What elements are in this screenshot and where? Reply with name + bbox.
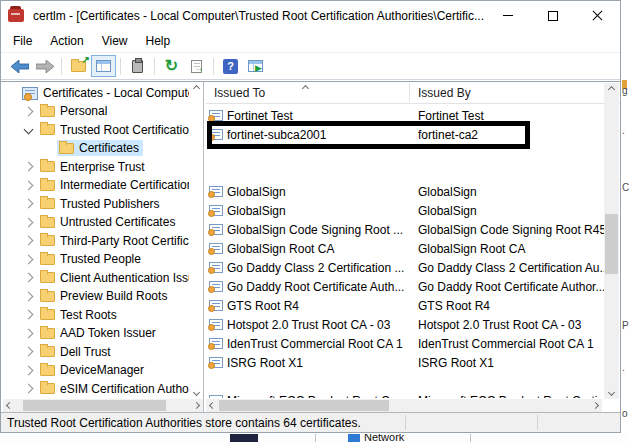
back-button[interactable] [7,55,32,77]
menu-help[interactable]: Help [137,31,180,51]
menu-action[interactable]: Action [41,31,92,51]
empty-row [206,144,604,163]
scrollbar-thumb[interactable] [23,400,166,411]
certificate-row[interactable]: ISRG Root X1ISRG Root X1 [206,353,604,372]
tree-item-trusted-publishers[interactable]: Trusted Publishers [3,195,189,214]
scroll-right-button[interactable] [190,399,203,412]
background-text-fragment: . [622,125,625,136]
list-horizontal-scrollbar[interactable] [206,399,602,412]
scroll-right-button[interactable] [589,399,602,412]
export-list-button[interactable]: → [184,55,209,77]
chevron-right-icon [592,402,599,409]
up-one-level-button[interactable]: ↗ [66,55,91,77]
scroll-down-button[interactable] [605,386,618,399]
show-action-pane-button[interactable]: ▶ [243,55,268,77]
minimize-button[interactable] [485,1,530,30]
tree-item-test-roots[interactable]: Test Roots [3,306,189,325]
scrollbar-thumb[interactable] [605,214,618,274]
tree-horizontal-scrollbar[interactable] [3,399,203,412]
list-vertical-scrollbar[interactable] [604,83,619,399]
column-header-issued-by[interactable]: Issued By [418,86,471,100]
certificate-row[interactable]: GTS Root R4GTS Root R4 [206,296,604,315]
issued-to-value: GTS Root R4 [227,299,299,313]
tree-item-untrusted-certificates[interactable]: Untrusted Certificates [3,213,189,232]
certificate-row[interactable]: IdenTrust Commercial Root CA 1IdenTrust … [206,334,604,353]
scroll-left-button[interactable] [206,399,219,412]
chevron-down-icon [193,389,200,396]
tree-expander-icon[interactable] [18,200,38,207]
certificate-row[interactable]: GlobalSignGlobalSign [206,201,604,220]
tree-item-personal[interactable]: Personal [3,102,189,121]
tree-item-certificates[interactable]: Certificates [3,139,189,158]
tree-item-client-authentication-issu[interactable]: Client Authentication Issu [3,269,189,288]
certificate-row[interactable]: Go Daddy Root Certificate Auth...Go Dadd… [206,277,604,296]
scroll-left-button[interactable] [3,399,16,412]
tree-expander-icon[interactable] [18,311,38,318]
tree-item-intermediate-certification[interactable]: Intermediate Certification [3,176,189,195]
status-bar: Trusted Root Certification Authorities s… [1,412,620,432]
window-title: certlm - [Certificates - Local Computer\… [33,9,484,23]
menu-view[interactable]: View [93,31,137,51]
tree-expander-icon[interactable] [18,385,38,392]
tree-item-label: Test Roots [60,308,117,322]
tree-item-trusted-root-certification[interactable]: Trusted Root Certification [3,121,189,140]
tree-item-devicemanager[interactable]: DeviceManager [3,361,189,380]
tree-expander-icon[interactable] [18,108,38,115]
certificate-icon [209,186,223,197]
background-divider [315,434,316,442]
folder-icon [40,254,55,265]
issued-to-value: fortinet-subca2001 [227,128,326,142]
issued-to-value: IdenTrust Commercial Root CA 1 [227,337,403,351]
tree-expander-icon[interactable] [18,367,38,374]
certificate-row[interactable]: Hotspot 2.0 Trust Root CA - 03Hotspot 2.… [206,315,604,334]
show-console-tree-button[interactable] [91,55,116,77]
forward-button[interactable] [32,55,57,77]
issued-by-value: Go Daddy Root Certificate Author... [418,280,604,294]
tree-expander-icon[interactable] [18,256,38,263]
column-divider[interactable] [409,83,410,102]
scroll-up-button[interactable] [190,82,203,95]
folder-icon [40,365,55,376]
tree-item-esim-certification-authori[interactable]: eSIM Certification Authori [3,380,189,399]
certificate-row[interactable]: Microsoft ECC Product Root C...Microsoft… [206,391,604,398]
folder-icon [40,346,55,357]
tree-item-aad-token-issuer[interactable]: AAD Token Issuer [3,324,189,343]
tree-expander-icon[interactable] [18,348,38,355]
tree-expander-icon[interactable] [18,330,38,337]
certificate-row-highlighted[interactable]: fortinet-subca2001fortinet-ca2 [206,125,604,144]
close-button[interactable] [575,1,620,30]
tree-item-trusted-people[interactable]: Trusted People [3,250,189,269]
tree-expander-icon[interactable] [18,293,38,300]
tree-item-dell-trust[interactable]: Dell Trust [3,343,189,362]
maximize-button[interactable] [530,1,575,30]
menu-file[interactable]: File [4,31,41,51]
certificate-row[interactable]: Fortinet TestFortinet Test [206,106,604,125]
refresh-button[interactable]: ↻ [159,55,184,77]
help-button[interactable]: ? [218,55,243,77]
tree-item-enterprise-trust[interactable]: Enterprise Trust [3,158,189,177]
tree-expander-icon[interactable] [18,182,38,189]
tree-expander-icon[interactable] [18,219,38,226]
properties-button[interactable] [125,55,150,77]
tree-expander-icon[interactable] [18,126,38,133]
folder-icon [40,180,55,191]
certificate-row[interactable]: GlobalSign Code Signing Root ...GlobalSi… [206,220,604,239]
certificate-row[interactable]: GlobalSignGlobalSign [206,182,604,201]
status-divider [405,415,406,430]
column-header-issued-to[interactable]: Issued To [214,86,265,100]
scroll-up-button[interactable] [605,83,618,96]
tree-vertical-scrollbar[interactable] [189,82,203,399]
tree-item-preview-build-roots[interactable]: Preview Build Roots [3,287,189,306]
tree-item-certificates-local-computer[interactable]: Certificates - Local Computer [3,84,189,103]
tree-item-third-party-root-certificat[interactable]: Third-Party Root Certificat [3,232,189,251]
tree-expander-icon[interactable] [18,274,38,281]
scrollbar-thumb[interactable] [219,400,389,411]
tree-expander-icon[interactable] [18,163,38,170]
folder-icon [59,143,74,154]
tree-expander-icon[interactable] [18,237,38,244]
empty-row [206,163,604,182]
certificate-row[interactable]: GlobalSign Root CAGlobalSign Root CA [206,239,604,258]
scroll-down-button[interactable] [190,386,203,399]
certificate-row[interactable]: Go Daddy Class 2 Certification ...Go Dad… [206,258,604,277]
status-text: Trusted Root Certification Authorities s… [7,416,361,430]
